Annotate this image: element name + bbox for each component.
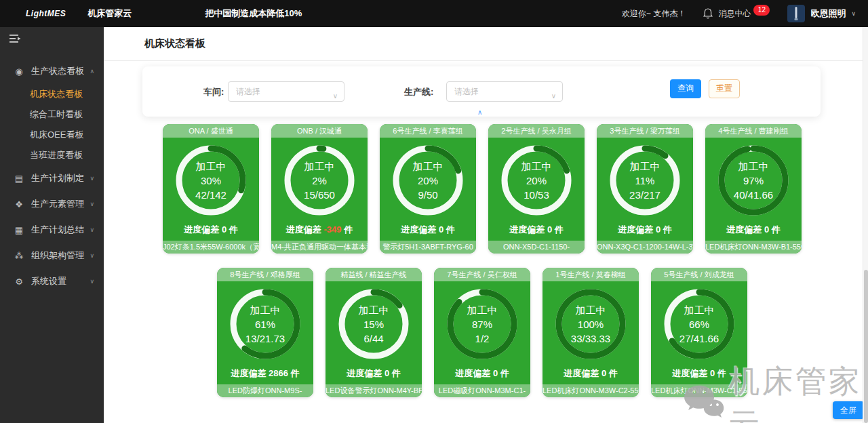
chevron-icon: ∨ — [90, 278, 94, 285]
status-card[interactable]: 7号生产线 / 吴仁权组加工中87%1/2进度偏差 0 件LED磁吸灯ONN-M… — [434, 268, 530, 397]
workshop-select[interactable]: 请选择 ∨ — [228, 81, 344, 102]
company-dropdown[interactable]: 欧恩照明 — [810, 7, 846, 20]
card-status: 加工中 — [630, 159, 660, 174]
message-center-link[interactable]: 消息中心 — [718, 8, 751, 20]
card-line-title: 1号生产线 / 莫春柳组 — [542, 268, 639, 281]
card-status: 加工中 — [413, 159, 443, 174]
sidebar-item-机床OEE看板[interactable]: 机床OEE看板 — [0, 125, 104, 145]
sidebar-item-综合工时看板[interactable]: 综合工时看板 — [0, 104, 104, 125]
card-percent: 61% — [255, 317, 275, 331]
dashboard-icon: ◉ — [14, 66, 24, 77]
status-card[interactable]: 精益线 / 精益生产线加工中15%6/44进度偏差 0 件LED设备警示灯ONN… — [326, 268, 422, 397]
card-line-title: 8号生产线 / 邓格厚组 — [217, 268, 313, 281]
sidebar-item-机床状态看板[interactable]: 机床状态看板 — [0, 84, 104, 104]
avatar[interactable] — [787, 5, 805, 22]
slogan-text: 把中国制造成本降低10% — [205, 7, 302, 20]
sidebar-section-label: 生产计划总结 — [31, 224, 84, 236]
sidebar-section-label: 生产计划制定 — [31, 172, 84, 184]
status-card[interactable]: 3号生产线 / 梁万莲组加工中11%23/217进度偏差 0 件ONN-X3Q-… — [597, 124, 693, 254]
card-count: 15/650 — [304, 188, 335, 202]
reset-button[interactable]: 重置 — [709, 79, 740, 98]
status-card[interactable]: 1号生产线 / 莫春柳组加工中100%33/33.33进度偏差 0 件LED机床… — [542, 268, 639, 397]
card-status: 加工中 — [467, 303, 498, 317]
progress-ring: 加工中2%15/650 — [281, 142, 357, 218]
deviation-value: 0 — [547, 224, 552, 235]
card-percent: 30% — [201, 174, 221, 188]
card-percent: 20% — [418, 174, 438, 188]
card-product-name: J02灯条1.5米55W-6000k（宽灯 — [163, 241, 259, 254]
brand-logo-text: LightMES — [26, 9, 66, 18]
status-card[interactable]: 5号生产线 / 刘成龙组加工中66%27/41.66进度偏差 0 件LED机床灯… — [651, 268, 747, 397]
sidebar-section-2[interactable]: ❖生产元素管理∨ — [0, 191, 104, 217]
card-product-name: ONN-X5D-C1-1150- — [488, 241, 585, 254]
card-body: 加工中2%15/650进度偏差 -349 件 — [271, 138, 368, 241]
card-count: 40/41.66 — [734, 188, 773, 202]
chevron-icon: ∨ — [90, 201, 94, 207]
fullscreen-button[interactable]: 全屏 — [833, 401, 864, 419]
page-title: 机床状态看板 — [144, 37, 205, 50]
card-body: 加工中30%42/142进度偏差 0 件 — [163, 138, 259, 241]
card-count: 33/33.33 — [571, 331, 610, 346]
card-status: 加工中 — [359, 303, 389, 317]
line-label: 生产线: — [404, 86, 433, 98]
topbar-right: 欢迎你~ 支伟杰！ 消息中心 12 欧恩照明 ∨ — [622, 5, 856, 22]
card-status: 加工中 — [521, 159, 552, 174]
card-deviation: 进度偏差 -349 件 — [271, 224, 368, 236]
menu-fold-icon — [9, 33, 22, 44]
search-button[interactable]: 查询 — [670, 79, 701, 98]
scrollbar-thumb[interactable] — [864, 270, 868, 423]
card-product-name: 警示灯5H1-3ABFT-RYG-60 — [380, 241, 476, 254]
sidebar-collapse-toggle[interactable] — [0, 27, 104, 50]
sidebar-section-5[interactable]: ⚙系统设置∨ — [0, 268, 104, 294]
card-line-title: ONA / 盛世通 — [163, 124, 259, 138]
sidebar-section-3[interactable]: ▦生产计划总结∨ — [0, 217, 104, 243]
status-card[interactable]: ONA / 盛世通加工中30%42/142进度偏差 0 件J02灯条1.5米55… — [163, 124, 259, 254]
deviation-value: 0 — [601, 368, 606, 378]
card-line-title: 4号生产线 / 曹建刚组 — [705, 124, 802, 138]
card-count: 1/2 — [475, 331, 490, 346]
status-card[interactable]: ONB / 汉城通加工中2%15/650进度偏差 -349 件M4-共正负通用驱… — [271, 124, 368, 254]
deviation-value: 0 — [710, 368, 715, 378]
progress-ring: 加工中30%42/142 — [173, 142, 249, 218]
status-card[interactable]: 2号生产线 / 吴永月组加工中20%10/53进度偏差 0 件ONN-X5D-C… — [488, 124, 585, 254]
scrollbar-track[interactable] — [863, 27, 868, 423]
card-product-name: LED防爆灯ONN-M9S- — [217, 384, 313, 397]
sidebar-item-当班进度看板[interactable]: 当班进度看板 — [0, 145, 104, 165]
card-deviation: 进度偏差 0 件 — [163, 224, 259, 236]
card-product-name: LED磁吸灯ONN-M3M-C1- — [434, 384, 530, 397]
deviation-value: 0 — [764, 224, 769, 235]
sidebar-section-0[interactable]: ◉生产状态看板∧ — [0, 58, 104, 84]
progress-ring: 加工中20%9/50 — [390, 142, 466, 218]
deviation-value: -349 — [323, 224, 341, 235]
card-deviation: 进度偏差 0 件 — [597, 224, 693, 236]
sidebar-section-1[interactable]: ▤生产计划制定∨ — [0, 165, 104, 191]
bell-icon[interactable] — [703, 8, 713, 19]
card-product-name: M4-共正负通用驱动一体基本型灯 — [271, 241, 368, 254]
chevron-icon: ∨ — [90, 226, 94, 233]
collapse-filter-caret[interactable]: ∧ — [477, 108, 482, 116]
progress-ring: 加工中20%10/53 — [498, 142, 574, 218]
card-percent: 97% — [743, 174, 764, 188]
topbar: LightMES 机床管家云 把中国制造成本降低10% 欢迎你~ 支伟杰！ 消息… — [0, 0, 868, 27]
progress-ring: 加工中11%23/217 — [607, 142, 683, 218]
status-card[interactable]: 8号生产线 / 邓格厚组加工中61%13/21.73进度偏差 2866 件LED… — [217, 268, 313, 397]
status-card[interactable]: 6号生产线 / 李喜莲组加工中20%9/50进度偏差 0 件警示灯5H1-3AB… — [380, 124, 476, 254]
card-count: 6/44 — [363, 331, 383, 346]
card-percent: 11% — [635, 174, 655, 188]
chevron-down-icon[interactable]: ∨ — [851, 10, 856, 17]
line-select[interactable]: 请选择 ∨ — [446, 81, 563, 102]
status-card[interactable]: 4号生产线 / 曹建刚组加工中97%40/41.66进度偏差 0 件LED机床灯… — [705, 124, 802, 254]
card-body: 加工中20%10/53进度偏差 0 件 — [488, 138, 585, 241]
card-body: 加工中15%6/44进度偏差 0 件 — [326, 281, 422, 384]
chevron-down-icon: ∨ — [333, 87, 338, 106]
card-body: 加工中100%33/33.33进度偏差 0 件 — [542, 281, 639, 384]
sidebar-section-label: 系统设置 — [31, 275, 66, 287]
settings-icon: ⚙ — [14, 277, 24, 287]
card-status: 加工中 — [196, 159, 226, 174]
sidebar-section-label: 生产元素管理 — [31, 198, 84, 210]
card-line-title: 5号生产线 / 刘成龙组 — [651, 268, 747, 281]
page-header: 机床状态看板 — [104, 27, 868, 61]
sidebar-section-4[interactable]: ⁂组织架构管理∨ — [0, 243, 104, 268]
chevron-icon: ∨ — [90, 175, 94, 182]
card-body: 加工中61%13/21.73进度偏差 2866 件 — [217, 281, 313, 384]
